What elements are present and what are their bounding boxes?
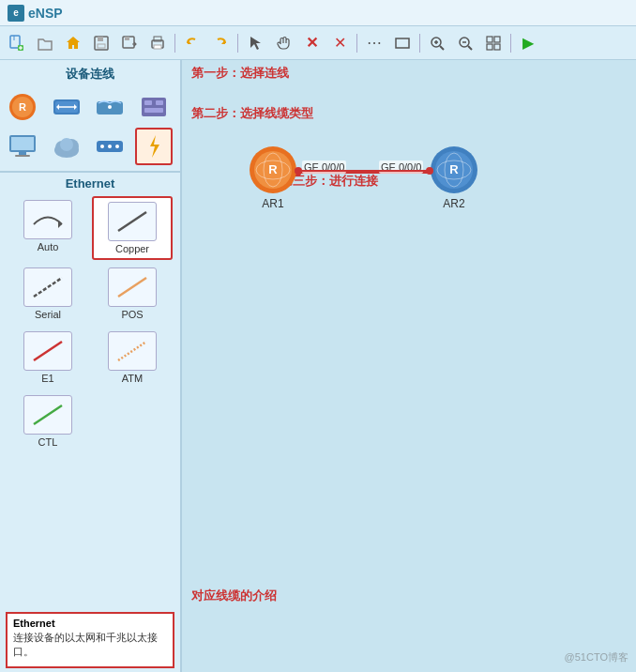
device-pc[interactable] bbox=[4, 128, 41, 165]
step1-label: 第一步：选择连线 bbox=[191, 65, 289, 82]
svg-rect-37 bbox=[142, 98, 166, 116]
left-spacer bbox=[0, 455, 180, 608]
cable-auto-icon bbox=[23, 200, 72, 239]
watermark: @51CTO博客 bbox=[565, 650, 628, 664]
cable-pos-icon bbox=[108, 267, 157, 307]
cable-copper[interactable]: Copper bbox=[92, 196, 173, 260]
svg-marker-53 bbox=[150, 135, 159, 158]
svg-rect-23 bbox=[487, 37, 492, 42]
saveas-btn[interactable] bbox=[116, 30, 143, 56]
cable-ctl-label: CTL bbox=[38, 436, 58, 448]
cable-atm-icon bbox=[108, 331, 157, 371]
svg-rect-43 bbox=[19, 152, 26, 155]
svg-rect-24 bbox=[494, 37, 500, 42]
ethernet-section: Ethernet Auto Copper bbox=[0, 172, 180, 455]
grid-btn[interactable] bbox=[480, 30, 507, 56]
svg-rect-9 bbox=[125, 37, 129, 40]
svg-rect-12 bbox=[154, 45, 161, 49]
svg-point-50 bbox=[100, 145, 104, 148]
redo-btn[interactable] bbox=[207, 30, 234, 56]
ethernet-section-title: Ethernet bbox=[0, 172, 180, 192]
cable-auto-label: Auto bbox=[38, 241, 59, 252]
device-grid: R bbox=[0, 86, 180, 167]
svg-rect-38 bbox=[144, 100, 152, 105]
device-router[interactable]: R bbox=[4, 88, 41, 126]
zoom-in-btn[interactable] bbox=[424, 30, 450, 56]
svg-text:R: R bbox=[19, 101, 26, 113]
svg-rect-25 bbox=[487, 44, 492, 50]
open-btn[interactable] bbox=[32, 30, 58, 56]
router-ar2[interactable]: R AR2 bbox=[429, 145, 479, 210]
device-section-title: 设备连线 bbox=[0, 64, 180, 86]
device-firewall[interactable] bbox=[135, 88, 173, 126]
main-layout: 设备连线 R bbox=[0, 60, 636, 672]
new-btn[interactable] bbox=[4, 30, 30, 56]
svg-point-48 bbox=[60, 138, 73, 151]
save-btn[interactable] bbox=[88, 30, 114, 56]
cable-ctl[interactable]: CTL bbox=[8, 391, 88, 451]
canvas-area[interactable]: 第一步：选择连线 第二步：选择线缆类型 第三步：进行连接 对应线缆的介绍 R bbox=[182, 60, 636, 672]
svg-text:R: R bbox=[449, 162, 459, 176]
sep4 bbox=[419, 34, 420, 53]
toolbar: ✕ ✕ ⋯ ▶ bbox=[0, 26, 636, 60]
svg-rect-42 bbox=[11, 137, 34, 150]
svg-line-22 bbox=[468, 46, 472, 50]
cable-pos[interactable]: POS bbox=[92, 264, 173, 324]
cable-copper-icon bbox=[108, 202, 157, 241]
device-cloud[interactable] bbox=[48, 128, 85, 165]
cable-e1-label: E1 bbox=[41, 373, 53, 384]
delete2-btn[interactable]: ✕ bbox=[326, 30, 353, 56]
svg-line-19 bbox=[440, 46, 444, 50]
description-box: Ethernet 连接设备的以太网和千兆以太接口。 bbox=[6, 612, 174, 668]
cable-copper-label: Copper bbox=[115, 243, 149, 254]
cable-pos-label: POS bbox=[121, 309, 143, 320]
device-cable[interactable] bbox=[135, 128, 173, 165]
cable-serial[interactable]: Serial bbox=[8, 264, 88, 324]
cable-e1[interactable]: E1 bbox=[8, 328, 88, 388]
custom-btn[interactable]: ⋯ bbox=[361, 30, 387, 56]
svg-rect-7 bbox=[98, 44, 105, 48]
step2-label: 第二步：选择线缆类型 bbox=[191, 105, 313, 122]
cable-serial-icon bbox=[23, 267, 72, 307]
svg-line-59 bbox=[118, 342, 146, 360]
svg-rect-6 bbox=[98, 37, 103, 41]
svg-rect-44 bbox=[15, 155, 30, 157]
router-ar1[interactable]: R AR1 bbox=[248, 145, 298, 210]
print-btn[interactable] bbox=[144, 30, 171, 56]
cable-atm[interactable]: ATM bbox=[92, 328, 173, 388]
hand-btn[interactable] bbox=[270, 30, 296, 56]
description-title: Ethernet bbox=[13, 618, 167, 629]
run-btn[interactable]: ▶ bbox=[515, 30, 541, 56]
logo-icon: e bbox=[8, 5, 24, 22]
svg-text:R: R bbox=[268, 162, 278, 176]
svg-rect-40 bbox=[144, 108, 163, 113]
device-switch[interactable] bbox=[48, 88, 85, 126]
sep1 bbox=[174, 34, 175, 53]
cable-ctl-icon bbox=[23, 395, 72, 435]
sep3 bbox=[356, 34, 357, 53]
rect-btn[interactable] bbox=[389, 30, 416, 56]
svg-point-36 bbox=[108, 105, 112, 109]
cable-e1-icon bbox=[23, 331, 72, 371]
cable-serial-label: Serial bbox=[35, 309, 61, 320]
cable-auto[interactable]: Auto bbox=[8, 196, 88, 260]
zoom-out-btn[interactable] bbox=[452, 30, 478, 56]
ar1-port-label: GE 0/0/0 bbox=[302, 160, 346, 174]
svg-line-58 bbox=[34, 342, 62, 360]
home-btn[interactable] bbox=[60, 30, 86, 56]
left-panel: 设备连线 R bbox=[0, 60, 182, 672]
device-wireless[interactable] bbox=[91, 88, 129, 126]
app-logo: e eNSP bbox=[8, 5, 63, 22]
svg-line-60 bbox=[34, 405, 62, 424]
svg-point-52 bbox=[115, 145, 119, 148]
device-hub[interactable] bbox=[91, 128, 129, 165]
svg-line-56 bbox=[34, 278, 62, 297]
select-btn[interactable] bbox=[242, 30, 268, 56]
cable-items: Auto Copper Serial bbox=[0, 192, 180, 455]
cable-intro-label: 对应线缆的介绍 bbox=[191, 588, 277, 604]
router-ar2-label: AR2 bbox=[443, 197, 464, 210]
app-title: eNSP bbox=[28, 6, 63, 21]
undo-btn[interactable] bbox=[179, 30, 205, 56]
device-section: 设备连线 R bbox=[0, 60, 180, 172]
delete-btn[interactable]: ✕ bbox=[298, 30, 325, 56]
